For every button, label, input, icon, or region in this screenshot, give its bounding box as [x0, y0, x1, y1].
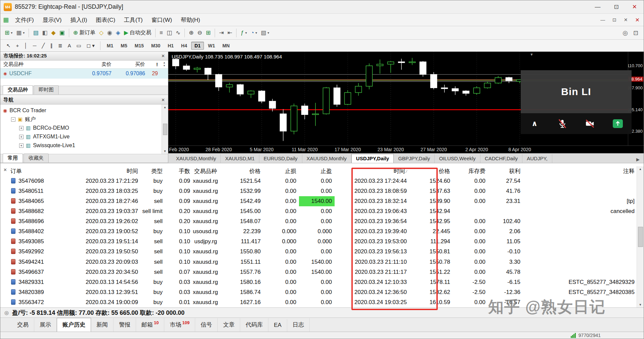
history-column-6[interactable]: 止损 [263, 166, 299, 176]
history-row-34820389[interactable]: 348203892020.03.13 12:39:51buy0.03xauusd… [10, 287, 637, 297]
terminal-tab-代码库[interactable]: 代码库 [240, 318, 268, 332]
chart-tab-XAUUSD,M1[interactable]: XAUUSD,M1 [221, 154, 259, 163]
terminal-tab-展示[interactable]: 展示 [34, 318, 57, 332]
scroll-up-icon[interactable]: ▲ [164, 105, 167, 109]
nav-account-Swissquote-Live1[interactable]: +▥Swissquote-Live1 [3, 141, 168, 150]
cursor-tool-button[interactable]: ↖ [4, 42, 13, 50]
history-column-4[interactable]: 交易品种 [193, 166, 220, 176]
nav-root[interactable]: ◉BCR Co Trader [3, 106, 168, 115]
history-column-5[interactable]: 价格 [220, 166, 263, 176]
column-sell[interactable]: 卖价 [78, 61, 112, 68]
trendline-tool-button[interactable]: ╱ [39, 42, 47, 50]
nav-account-ATFXGM1-Live[interactable]: +▥ATFXGM1-Live [3, 132, 168, 141]
tree-plus-icon[interactable]: + [19, 135, 24, 139]
chart-tab-OILUSD,Weekly[interactable]: OILUSD,Weekly [435, 154, 480, 163]
text-tool-button[interactable]: A [65, 42, 74, 49]
timeframe-M15[interactable]: M15 [131, 42, 147, 50]
column-spread[interactable]: ! [145, 61, 161, 67]
search-icon[interactable]: ◎ [622, 29, 628, 37]
chart-tab-EURUSD,Daily[interactable]: EURUSD,Daily [259, 154, 302, 163]
nav-folder-accounts[interactable]: −▣账户 [3, 115, 168, 124]
terminal-scrollbar[interactable]: ▲ ▼ [637, 166, 644, 307]
chart-tab-XAUUSD,Monthly[interactable]: XAUUSD,Monthly [172, 154, 221, 163]
scroll-down-icon[interactable]: ▼ [163, 65, 166, 68]
tree-plus-icon[interactable]: + [19, 143, 24, 148]
history-row-35493085[interactable]: 354930852020.03.23 19:51:14sell0.10usdjp… [10, 237, 637, 247]
equidistant-channel-tool-button[interactable]: ∥ [47, 42, 55, 50]
alerts-button[interactable]: ◉ [105, 29, 114, 37]
menu-item-图表(C)[interactable]: 图表(C) [91, 14, 120, 26]
column-buy[interactable]: 买价 [112, 61, 145, 68]
terminal-tab-交易[interactable]: 交易 [12, 318, 34, 332]
date-axis[interactable]: 24 Feb 202028 Feb 20205 Mar 202011 Mar 2… [168, 145, 644, 153]
navigator-tab-收藏夹[interactable]: 收藏夹 [24, 154, 49, 163]
chart-shift-button[interactable]: ⇤ [226, 29, 234, 37]
history-row-35488402[interactable]: 354884022020.03.23 19:00:52buy0.10usousd… [10, 226, 637, 237]
terminal-tab-日志[interactable]: 日志 [287, 318, 310, 332]
chart-tab-GBPJPY,Daily[interactable]: GBPJPY,Daily [394, 154, 435, 163]
history-column-2[interactable]: 类型 [141, 166, 165, 176]
share-screen-button[interactable] [607, 116, 629, 131]
terminal-tab-账户历史[interactable]: 账户历史 [57, 318, 91, 332]
history-row-35488696[interactable]: 354886962020.03.23 19:26:02sell0.20xauus… [10, 216, 637, 226]
text-label-tool-button[interactable]: ▭ [74, 42, 84, 50]
close-button[interactable]: ✕ [632, 3, 637, 10]
column-symbol[interactable]: 交易品种 [0, 61, 78, 68]
scroll-down-icon[interactable]: ▼ [164, 150, 167, 153]
chart-tab-AUDJPY,[interactable]: AUDJPY, [522, 154, 552, 163]
history-row-35496637[interactable]: 354966372020.03.23 20:34:50sell0.07xauus… [10, 267, 637, 277]
market-watch-button[interactable]: ▤ [31, 29, 40, 37]
menu-item-显示(V)[interactable]: 显示(V) [38, 14, 66, 26]
history-row-35480511[interactable]: 354805112020.03.23 18:03:25buy0.09xauusd… [10, 186, 637, 196]
window-list-icon[interactable]: ⊡ [633, 29, 638, 37]
market-watch-tab-即时图[interactable]: 即时图 [34, 85, 59, 94]
horizontal-line-tool-button[interactable]: ─ [30, 42, 39, 49]
history-column-7[interactable]: 止盈 [299, 166, 335, 176]
chart-shift-marker-icon[interactable]: ▼ [530, 52, 533, 56]
terminal-close-icon[interactable]: ✕ [3, 167, 7, 172]
terminal-tab-信号[interactable]: 信号 [195, 318, 218, 332]
timeframe-D1[interactable]: D1 [191, 42, 204, 50]
navigator-tab-常用[interactable]: 常用 [3, 154, 23, 163]
profiles-button[interactable]: ▦▾ [14, 29, 26, 37]
autotrading-button[interactable]: ▶自动交易 [122, 28, 153, 38]
scroll-down-icon[interactable]: ▼ [639, 303, 642, 306]
tree-minus-icon[interactable]: − [11, 117, 15, 122]
crosshair-tool-button[interactable]: + [13, 42, 22, 49]
history-row-35484065[interactable]: 354840652020.03.23 18:27:46sell0.09xauus… [10, 196, 637, 206]
menu-item-工具(T)[interactable]: 工具(T) [120, 14, 147, 26]
history-row-35488682[interactable]: 354886822020.03.23 19:03:37sell limit0.2… [10, 206, 637, 216]
camera-muted-button[interactable] [579, 116, 601, 131]
scroll-thumb[interactable] [163, 124, 167, 135]
timeframe-MN[interactable]: MN [219, 42, 233, 50]
new-chart-button[interactable]: ⊞▾ [3, 29, 14, 37]
history-column-11[interactable]: 获利 [488, 166, 523, 176]
menu-item-插入(I)[interactable]: 插入(I) [66, 14, 91, 26]
minimize-button[interactable]: — [595, 4, 601, 10]
fibonacci-tool-button[interactable]: ≣ [55, 42, 65, 50]
mdi-restore-button[interactable]: ⊡ [612, 17, 616, 23]
chart-tabs-scroll-right-icon[interactable]: ▶ [634, 156, 642, 163]
timeframe-H4[interactable]: H4 [178, 42, 190, 50]
chart-tab-CADCHF,Daily[interactable]: CADCHF,Daily [480, 154, 522, 163]
terminal-panel-button[interactable]: ▣ [58, 29, 67, 37]
navigator-button[interactable]: ◆ [50, 29, 57, 37]
periods-button[interactable]: ◔▾ [249, 29, 259, 37]
bar-chart-mode-button[interactable]: ≡ [158, 29, 165, 37]
history-row-35492992[interactable]: 354929922020.03.23 19:50:50sell0.10xauus… [10, 247, 637, 257]
market-watch-close-icon[interactable]: ✕ [161, 53, 165, 58]
terminal-tab-市场[interactable]: 市场109 [164, 317, 195, 332]
timeframe-M5[interactable]: M5 [117, 42, 130, 50]
market-watch-scroll[interactable]: ▲▼ [161, 61, 168, 68]
zoom-in-button[interactable]: ⊕ [187, 29, 195, 37]
auto-scroll-button[interactable]: ⇥ [217, 29, 225, 37]
market-watch-tab-交易品种[interactable]: 交易品种 [3, 85, 33, 94]
scroll-up-icon[interactable]: ▲ [639, 167, 642, 171]
history-row-34829331[interactable]: 348293312020.03.13 14:54:56buy0.03xauusd… [10, 277, 637, 287]
chart-tab-USDJPY,Daily[interactable]: USDJPY,Daily [351, 154, 394, 163]
metaeditor-button[interactable]: ◇ [97, 29, 105, 37]
candlestick-mode-button[interactable]: ◫ [165, 29, 174, 37]
mic-muted-button[interactable] [552, 116, 573, 131]
tile-windows-button[interactable]: ⊞ [204, 29, 212, 37]
timeframe-H1[interactable]: H1 [164, 42, 177, 50]
